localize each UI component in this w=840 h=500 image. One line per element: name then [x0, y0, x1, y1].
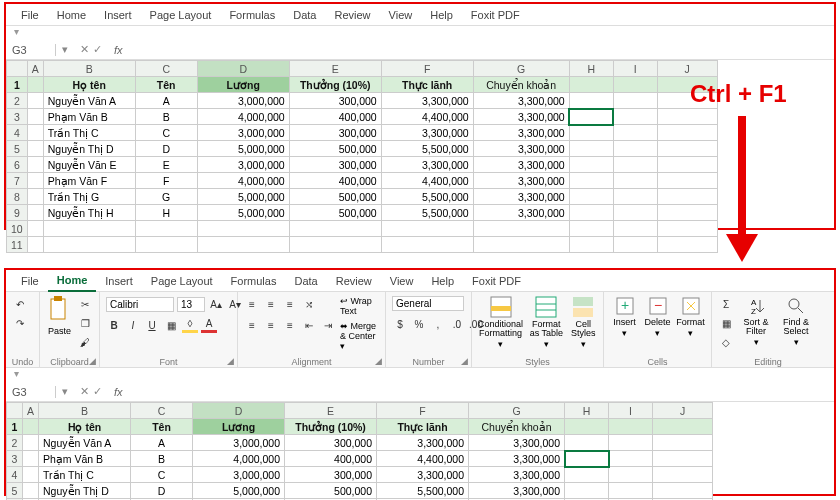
cell[interactable] — [289, 237, 381, 253]
tab-data[interactable]: Data — [285, 270, 326, 292]
cell[interactable] — [569, 237, 613, 253]
cell[interactable] — [27, 189, 43, 205]
clear-icon[interactable]: ◇ — [718, 334, 734, 350]
underline-button[interactable]: U — [144, 317, 160, 333]
cell[interactable]: 5,500,000 — [381, 141, 473, 157]
cell[interactable]: 3,300,000 — [469, 467, 565, 483]
cell[interactable]: 3,300,000 — [381, 125, 473, 141]
cell[interactable]: Trần Thị C — [39, 467, 131, 483]
tab-review[interactable]: Review — [325, 4, 379, 26]
cell[interactable]: 5,000,000 — [193, 483, 285, 499]
cell[interactable] — [43, 221, 135, 237]
cell[interactable]: 3,300,000 — [381, 157, 473, 173]
cell[interactable] — [473, 237, 569, 253]
header-cell[interactable] — [609, 419, 653, 435]
align-mid-icon[interactable]: ≡ — [263, 296, 279, 312]
name-box-bottom[interactable]: G3 — [6, 386, 56, 398]
cell[interactable]: 5,000,000 — [197, 189, 289, 205]
col-header-I[interactable]: I — [609, 403, 653, 419]
cell[interactable] — [657, 141, 717, 157]
cell[interactable] — [569, 93, 613, 109]
cell[interactable]: B — [131, 451, 193, 467]
cell[interactable] — [569, 173, 613, 189]
cell[interactable] — [613, 93, 657, 109]
row-header-2[interactable]: 2 — [7, 435, 23, 451]
insert-cells-button[interactable]: +Insert▾ — [610, 296, 639, 338]
fb-cancel-icon-b[interactable]: ✕ — [80, 385, 89, 398]
col-header-G[interactable]: G — [469, 403, 565, 419]
cell[interactable] — [657, 205, 717, 221]
header-cell[interactable]: Chuyển khoản — [469, 419, 565, 435]
cell[interactable]: 300,000 — [289, 125, 381, 141]
cell[interactable]: C — [131, 467, 193, 483]
header-cell[interactable]: Lương — [193, 419, 285, 435]
cell[interactable]: F — [135, 173, 197, 189]
conditional-formatting-button[interactable]: Conditional Formatting▾ — [478, 296, 523, 349]
row-header-5[interactable]: 5 — [7, 141, 28, 157]
cell[interactable]: 5,500,000 — [381, 189, 473, 205]
redo-icon[interactable]: ↷ — [12, 315, 28, 331]
italic-button[interactable]: I — [125, 317, 141, 333]
cell[interactable] — [27, 205, 43, 221]
align-bot-icon[interactable]: ≡ — [282, 296, 298, 312]
align-right-icon[interactable]: ≡ — [282, 317, 298, 333]
col-header-E[interactable]: E — [289, 61, 381, 77]
alignment-launcher-icon[interactable]: ◢ — [375, 356, 382, 366]
name-box-dropdown[interactable]: ▾ — [56, 43, 74, 56]
copy-icon[interactable]: ❐ — [77, 315, 93, 331]
row-header-1[interactable]: 1 — [7, 77, 28, 93]
cell-styles-button[interactable]: Cell Styles▾ — [570, 296, 597, 349]
comma-icon[interactable]: , — [430, 316, 446, 332]
cell[interactable] — [43, 237, 135, 253]
header-cell[interactable] — [565, 419, 609, 435]
cell[interactable] — [381, 221, 473, 237]
cell[interactable] — [653, 483, 713, 499]
tab-help[interactable]: Help — [422, 270, 463, 292]
cell[interactable] — [657, 109, 717, 125]
header-cell[interactable]: Thực lãnh — [381, 77, 473, 93]
col-header-F[interactable]: F — [377, 403, 469, 419]
col-header-A[interactable]: A — [27, 61, 43, 77]
cell[interactable]: 4,000,000 — [193, 451, 285, 467]
col-header-B[interactable]: B — [39, 403, 131, 419]
cell[interactable] — [27, 93, 43, 109]
cell[interactable]: 3,300,000 — [473, 141, 569, 157]
cell[interactable]: 500,000 — [289, 205, 381, 221]
tab-view[interactable]: View — [381, 270, 423, 292]
header-cell[interactable]: Tên — [131, 419, 193, 435]
cell[interactable] — [613, 237, 657, 253]
cell[interactable] — [27, 141, 43, 157]
tab-formulas[interactable]: Formulas — [220, 4, 284, 26]
cell[interactable]: G — [135, 189, 197, 205]
find-select-button[interactable]: Find & Select▾ — [778, 296, 814, 347]
cell[interactable]: 3,300,000 — [377, 435, 469, 451]
align-center-icon[interactable]: ≡ — [263, 317, 279, 333]
orientation-icon[interactable]: ⤭ — [301, 296, 317, 312]
header-cell[interactable] — [23, 419, 39, 435]
cell[interactable] — [613, 173, 657, 189]
cell[interactable] — [381, 237, 473, 253]
header-cell[interactable] — [27, 77, 43, 93]
delete-cells-button[interactable]: −Delete▾ — [643, 296, 672, 338]
cell[interactable]: 3,000,000 — [197, 157, 289, 173]
font-launcher-icon[interactable]: ◢ — [227, 356, 234, 366]
cell[interactable]: 3,300,000 — [469, 435, 565, 451]
undo-icon[interactable]: ↶ — [12, 296, 28, 312]
cell[interactable]: 3,300,000 — [469, 483, 565, 499]
select-all[interactable] — [7, 403, 23, 419]
cell[interactable] — [569, 157, 613, 173]
number-launcher-icon[interactable]: ◢ — [461, 356, 468, 366]
header-cell[interactable]: Thưởng (10%) — [285, 419, 377, 435]
col-header-G[interactable]: G — [473, 61, 569, 77]
tab-foxit-pdf[interactable]: Foxit PDF — [462, 4, 529, 26]
tab-foxit-pdf[interactable]: Foxit PDF — [463, 270, 530, 292]
cell[interactable]: 500,000 — [289, 189, 381, 205]
cell[interactable]: 3,300,000 — [473, 205, 569, 221]
cell[interactable]: Phạm Văn F — [43, 173, 135, 189]
indent-dec-icon[interactable]: ⇤ — [301, 317, 317, 333]
cell[interactable] — [197, 221, 289, 237]
cell[interactable]: A — [135, 93, 197, 109]
worksheet-bottom[interactable]: ABCDEFGHIJ1Họ tênTênLươngThưởng (10%)Thự… — [6, 402, 834, 500]
header-cell[interactable]: Họ tên — [39, 419, 131, 435]
row-header-7[interactable]: 7 — [7, 173, 28, 189]
